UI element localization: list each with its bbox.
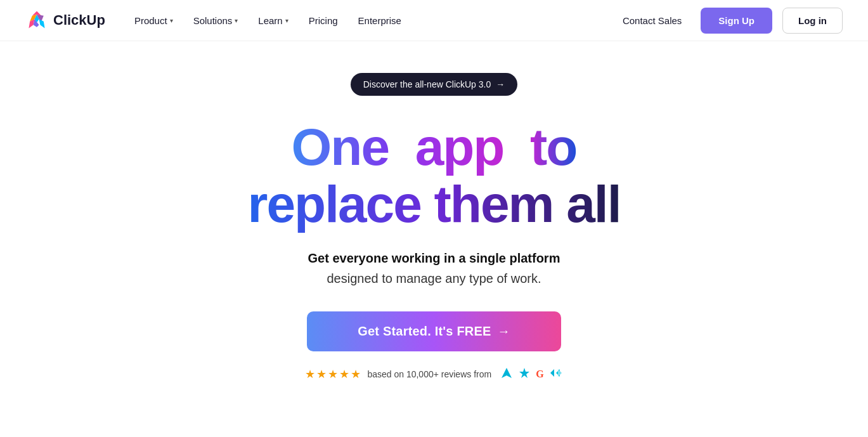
nav-label-learn: Learn — [258, 15, 282, 26]
nav-label-pricing: Pricing — [309, 15, 338, 26]
capterra-arrows-icon — [549, 368, 563, 381]
chevron-down-icon: ▾ — [235, 17, 238, 24]
headline-word-to: to — [530, 118, 576, 176]
nav-item-pricing[interactable]: Pricing — [300, 10, 347, 31]
nav-links: Product ▾ Solutions ▾ Learn ▾ Pricing En… — [126, 10, 614, 31]
star-2: ★ — [316, 367, 327, 381]
capterra-icon — [500, 367, 513, 382]
chevron-down-icon: ▾ — [170, 17, 173, 24]
cta-button[interactable]: Get Started. It's FREE → — [307, 311, 561, 351]
logo-text: ClickUp — [53, 12, 105, 29]
headline-line2: replace them all — [248, 176, 621, 233]
nav-item-learn[interactable]: Learn ▾ — [249, 10, 297, 31]
g2-icon: G — [536, 369, 543, 380]
star-4: ★ — [339, 367, 349, 381]
cta-arrow-icon: → — [498, 324, 510, 339]
subtitle-regular: designed to manage any type of work. — [327, 271, 541, 285]
arrow-icon: → — [496, 79, 505, 89]
hero-subtitle: Get everyone working in a single platfor… — [308, 248, 560, 289]
star-3: ★ — [328, 367, 338, 381]
subtitle-bold: Get everyone working in a single platfor… — [308, 251, 560, 265]
star-rating: ★ ★ ★ ★ ★ — [305, 367, 361, 381]
reviews-row: ★ ★ ★ ★ ★ based on 10,000+ reviews from … — [305, 367, 562, 382]
nav-item-product[interactable]: Product ▾ — [126, 10, 182, 31]
cta-label: Get Started. It's FREE — [358, 324, 491, 339]
logo-link[interactable]: ClickUp — [25, 9, 105, 32]
svg-marker-7 — [502, 368, 512, 378]
nav-item-enterprise[interactable]: Enterprise — [349, 10, 410, 31]
svg-marker-8 — [519, 368, 529, 378]
nav-right: Contact Sales Sign Up Log in — [614, 8, 843, 34]
svg-marker-6 — [39, 19, 45, 28]
nav-label-product: Product — [134, 15, 167, 26]
star-5: ★ — [351, 367, 361, 381]
star-1: ★ — [305, 367, 315, 381]
nav-label-enterprise: Enterprise — [358, 15, 401, 26]
clickup-logo-icon — [25, 9, 48, 32]
navbar: ClickUp Product ▾ Solutions ▾ Learn ▾ Pr… — [0, 0, 868, 41]
review-logos: G — [500, 367, 562, 382]
chevron-down-icon: ▾ — [285, 17, 288, 24]
nav-label-solutions: Solutions — [193, 15, 233, 26]
headline-word-one: One — [292, 118, 389, 176]
signup-button[interactable]: Sign Up — [701, 8, 772, 34]
headline-word-app: app — [415, 118, 504, 176]
hero-headline: One app to replace them all — [248, 119, 621, 233]
contact-sales-link[interactable]: Contact Sales — [614, 10, 690, 31]
nav-item-solutions[interactable]: Solutions ▾ — [185, 10, 247, 31]
hero-section: Discover the all-new ClickUp 3.0 → One a… — [0, 41, 868, 382]
login-button[interactable]: Log in — [782, 8, 843, 34]
review-text: based on 10,000+ reviews from — [367, 369, 491, 379]
announcement-pill[interactable]: Discover the all-new ClickUp 3.0 → — [351, 73, 518, 96]
g2-star-icon — [518, 367, 531, 382]
announcement-text: Discover the all-new ClickUp 3.0 — [363, 79, 491, 89]
